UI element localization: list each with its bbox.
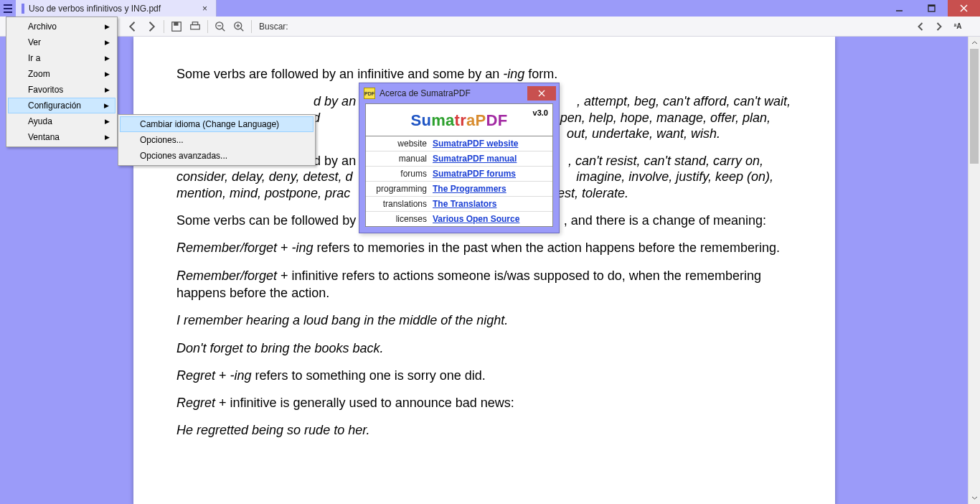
- find-next-button[interactable]: [931, 19, 947, 34]
- about-dialog: PDF Acerca de SumatraPDF SumatraPDF v3.0…: [359, 83, 560, 233]
- submenu-arrow-icon: ▶: [105, 55, 110, 62]
- about-row: forumsSumatraPDF forums: [366, 167, 552, 182]
- about-link[interactable]: The Translators: [433, 199, 496, 209]
- titlebar-spacer: [217, 0, 883, 17]
- menu-item-ayuda[interactable]: Ayuda▶: [8, 113, 116, 129]
- hamburger-menu-button[interactable]: [0, 0, 16, 17]
- about-link[interactable]: The Programmers: [433, 184, 507, 194]
- doc-text: Regret + infinitive is generally used to…: [176, 394, 792, 411]
- print-button[interactable]: [187, 19, 203, 34]
- app-version: v3.0: [533, 108, 548, 117]
- tab-title: Uso de verbos infinitivos y ING.pdf: [29, 4, 161, 14]
- save-button[interactable]: [169, 19, 184, 34]
- submenu-item[interactable]: Opciones...: [120, 132, 314, 148]
- doc-text: Regret + -ing refers to something one is…: [176, 367, 792, 384]
- about-key: translations: [372, 199, 433, 209]
- app-icon: PDF: [364, 88, 375, 99]
- app-name: SumatraPDF: [410, 111, 507, 130]
- doc-text: Don't forget to bring the books back.: [176, 340, 792, 357]
- zoom-in-button[interactable]: [231, 19, 247, 34]
- about-link[interactable]: SumatraPDF forums: [433, 169, 516, 179]
- match-case-button[interactable]: ªA: [950, 19, 966, 34]
- menu-item-favoritos[interactable]: Favoritos▶: [8, 82, 116, 98]
- menu-item-zoom[interactable]: Zoom▶: [8, 66, 116, 82]
- menu-item-ver[interactable]: Ver▶: [8, 34, 116, 50]
- back-button[interactable]: [125, 19, 141, 34]
- submenu-arrow-icon: ▶: [105, 70, 110, 78]
- toolbar-separator: [164, 20, 164, 33]
- about-row: websiteSumatraPDF website: [366, 136, 552, 151]
- dialog-body: SumatraPDF v3.0 websiteSumatraPDF websit…: [365, 103, 553, 227]
- doc-text: He regretted being so rude to her.: [176, 421, 792, 439]
- scroll-thumb[interactable]: [970, 49, 979, 164]
- dialog-title: Acerca de SumatraPDF: [380, 88, 471, 98]
- toolbar-separator: [251, 20, 252, 33]
- submenu-arrow-icon: ▶: [105, 23, 110, 30]
- doc-text: Some verbs are followed by an infinitive…: [176, 65, 792, 83]
- about-key: programming: [372, 184, 433, 194]
- config-submenu: Cambiar idioma (Change Language)Opciones…: [118, 114, 316, 166]
- about-key: licenses: [372, 214, 433, 224]
- vertical-scrollbar[interactable]: [968, 37, 980, 504]
- close-icon[interactable]: ×: [199, 4, 210, 14]
- dialog-titlebar[interactable]: PDF Acerca de SumatraPDF: [359, 83, 559, 103]
- about-key: manual: [372, 154, 433, 164]
- zoom-out-button[interactable]: [212, 19, 228, 34]
- minimize-button[interactable]: [883, 0, 915, 17]
- title-bar: Uso de verbos infinitivos y ING.pdf ×: [0, 0, 980, 17]
- submenu-arrow-icon: ▶: [105, 118, 110, 125]
- menu-item-ventana[interactable]: Ventana▶: [8, 129, 116, 145]
- find-prev-button[interactable]: [913, 19, 928, 34]
- forward-button[interactable]: [143, 19, 159, 34]
- dialog-logo: SumatraPDF v3.0: [366, 104, 552, 136]
- main-menu: Archivo▶Ver▶Ir a▶Zoom▶Favoritos▶Configur…: [6, 17, 118, 147]
- submenu-arrow-icon: ▶: [105, 86, 110, 93]
- search-label: Buscar:: [259, 22, 288, 32]
- menu-item-archivo[interactable]: Archivo▶: [8, 19, 116, 34]
- doc-text: Remember/forget + -ing refers to memorie…: [176, 239, 792, 256]
- submenu-item[interactable]: Cambiar idioma (Change Language): [120, 116, 314, 132]
- document-tab[interactable]: Uso de verbos infinitivos y ING.pdf ×: [16, 0, 217, 17]
- about-link[interactable]: SumatraPDF manual: [433, 154, 517, 164]
- about-row: manualSumatraPDF manual: [366, 151, 552, 167]
- submenu-arrow-icon: ▶: [105, 39, 110, 46]
- tab-active-marker: [22, 4, 24, 14]
- about-row: translationsThe Translators: [366, 197, 552, 212]
- submenu-arrow-icon: ▶: [105, 134, 110, 141]
- about-link[interactable]: SumatraPDF website: [433, 139, 518, 149]
- toolbar: Buscar: ªA: [0, 17, 980, 37]
- svg-rect-4: [191, 24, 200, 29]
- about-row: programmingThe Programmers: [366, 182, 552, 197]
- about-link[interactable]: Various Open Source: [433, 214, 519, 224]
- menu-item-configuración[interactable]: Configuración▶: [8, 98, 116, 113]
- submenu-item[interactable]: Opciones avanzadas...: [120, 148, 314, 164]
- submenu-arrow-icon: ▶: [104, 102, 109, 109]
- about-key: forums: [372, 169, 433, 179]
- dialog-close-button[interactable]: [527, 86, 556, 101]
- toolbar-separator: [207, 20, 208, 33]
- scroll-up-button[interactable]: [969, 37, 980, 49]
- close-button[interactable]: [948, 0, 980, 17]
- search-input[interactable]: [294, 22, 402, 32]
- scroll-down-button[interactable]: [969, 492, 980, 504]
- about-key: website: [372, 139, 433, 149]
- menu-item-ir a[interactable]: Ir a▶: [8, 50, 116, 66]
- doc-text: Remember/forget + infinitive refers to a…: [176, 267, 792, 302]
- maximize-button[interactable]: [915, 0, 948, 17]
- about-row: licensesVarious Open Source: [366, 212, 552, 226]
- svg-rect-3: [174, 22, 178, 25]
- doc-text: I remember hearing a loud bang in the mi…: [176, 312, 792, 329]
- svg-rect-5: [192, 22, 198, 24]
- svg-rect-1: [928, 5, 935, 6]
